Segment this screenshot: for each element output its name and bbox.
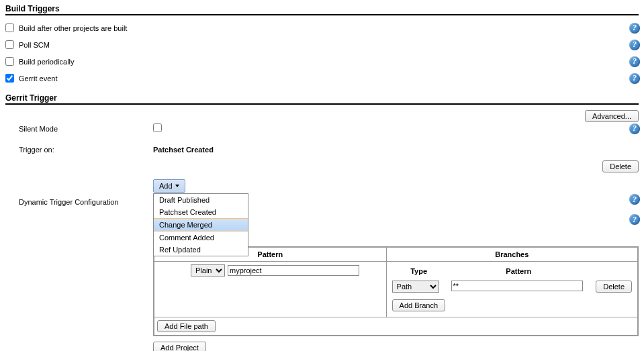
add-trigger-button[interactable]: Add [153,179,185,193]
section-gerrit-trigger: Gerrit Trigger [5,92,639,105]
branch-delete-button[interactable]: Delete [596,281,632,293]
help-icon[interactable]: ? [629,23,640,34]
trigger-build-after-row: Build after other projects are built ? [5,19,639,36]
trigger-gerrit-checkbox[interactable] [5,74,14,83]
silent-mode-row: Silent Mode ? [5,119,639,138]
add-trigger-row: Dynamic Trigger Configuration Add Draft … [5,175,639,351]
help-icon[interactable]: ? [629,40,640,50]
project-type-select[interactable]: Plain [191,264,225,277]
trigger-poll-scm-checkbox[interactable] [5,40,14,49]
trigger-build-after-label: Build after other projects are built [19,24,639,32]
trigger-poll-scm-label: Poll SCM [19,41,639,49]
trigger-on-row: Trigger on: Patchset Created [5,142,639,158]
trigger-periodic-row: Build periodically ? [5,53,639,70]
trigger-gerrit-label: Gerrit event [19,74,639,83]
add-file-path-button[interactable]: Add File path [157,320,216,332]
branch-type-select[interactable]: Path [392,281,439,293]
gerrit-trigger-body: Advanced... Silent Mode ? Trigger on: Pa… [5,105,639,351]
build-triggers-list: Build after other projects are built ? P… [5,15,639,89]
project-row: Plain Type Pattern [154,262,638,317]
branch-pattern-input[interactable] [451,281,583,291]
help-icon[interactable]: ? [629,214,640,225]
dropdown-item-ref-updated[interactable]: Ref Updated [154,244,248,256]
add-project-button[interactable]: Add Project [153,342,206,351]
project-table-wrap: Pattern Branches Plain [153,246,639,336]
chevron-down-icon [175,185,179,187]
silent-mode-checkbox[interactable] [153,123,162,132]
help-icon[interactable]: ? [629,194,640,205]
project-pattern-input[interactable] [228,265,359,276]
dropdown-item-comment-added[interactable]: Comment Added [154,232,248,244]
trigger-periodic-checkbox[interactable] [5,57,14,66]
dynamic-trigger-config-label: Dynamic Trigger Configuration [5,179,153,206]
trigger-build-after-checkbox[interactable] [5,23,14,32]
project-table: Pattern Branches Plain [154,247,638,336]
help-icon[interactable]: ? [629,73,640,84]
add-trigger-dropdown: Draft Published Patchset Created Change … [153,193,248,256]
branch-row: Path Delete [389,278,635,295]
trigger-gerrit-row: Gerrit event ? [5,70,639,87]
branch-col-type: Type [389,264,449,278]
col-branches: Branches [386,248,637,262]
help-icon[interactable]: ? [629,56,640,67]
trigger-periodic-label: Build periodically [19,58,639,66]
trigger-poll-scm-row: Poll SCM ? [5,36,639,53]
dropdown-item-patchset-created[interactable]: Patchset Created [154,206,248,218]
help-icon[interactable]: ? [629,123,640,134]
add-branch-button[interactable]: Add Branch [392,299,445,311]
trigger-on-value: Patchset Created [153,146,639,154]
section-build-triggers: Build Triggers [5,3,639,15]
branch-col-pattern: Pattern [449,264,589,278]
dropdown-item-change-merged[interactable]: Change Merged [154,218,248,232]
add-trigger-label: Add [159,182,173,190]
silent-mode-label: Silent Mode [5,125,153,133]
trigger-on-label: Trigger on: [5,146,153,154]
delete-trigger-button[interactable]: Delete [602,160,639,172]
dropdown-item-draft-published[interactable]: Draft Published [154,194,248,206]
